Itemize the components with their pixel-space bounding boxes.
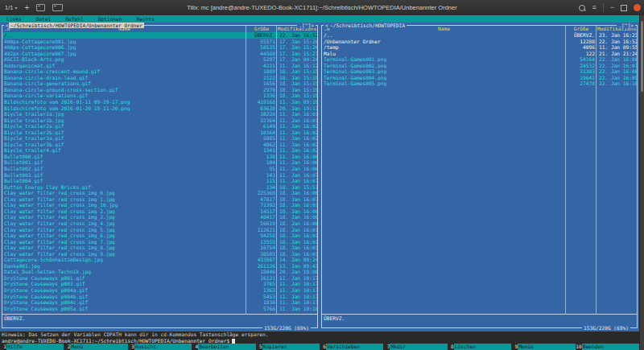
maximize-button[interactable] [621,5,627,11]
fkey-label[interactable]: Mkdir [390,344,447,350]
menu-item-befehl[interactable]: Befehl [65,16,83,22]
file-row[interactable]: /..ÜBERVZ.22. Jan 16:52 [2,32,317,39]
fkey-label[interactable]: Ansicht [134,344,192,350]
menu-item-rechts[interactable]: Rechts [136,16,154,22]
file-row[interactable]: Clay_water_filter_red_cross_img_10.jpg71… [2,202,317,208]
file-row[interactable]: Clay_water_filter_red_cross_img_2.jpg145… [2,208,317,215]
minimize-button[interactable]: − [610,4,614,11]
file-row[interactable]: Addorganicmat.gif422111. Jan 16:12 [2,63,317,69]
panel-history-controls-icon[interactable]: .[^]> [297,23,316,28]
search-icon[interactable] [579,5,585,11]
file-row[interactable]: Clay_water_filter_red_cross_img_3.jpg404… [2,214,317,220]
file-row[interactable]: /Unbenannter Ordner1228822. Jan 16:52 [322,39,637,45]
file-row[interactable]: Biycle_trailer1a.jpg3822011. Jan 16:01 [2,111,317,117]
file-row[interactable]: Banana-circle-crescent-mound.gif188918. … [2,68,317,75]
fkey-label[interactable]: Menü [70,344,127,350]
fkey-label[interactable]: Löschen [454,344,511,350]
chevron-down-icon: ▾ [14,5,17,10]
file-row[interactable]: 400px-Cottagecore006.jpg5853517. Jan 15:… [2,44,317,51]
file-row[interactable]: Biycle_trailer1b.jpg3236411. Jan 16:01 [2,117,317,124]
file-row[interactable]: Biycle_trailer3b.gif486211. Jan 16:02 [2,142,317,148]
file-row[interactable]: Terminal-Games001.png5416422. Jan 16:06 [322,56,637,63]
file-row[interactable]: Terminal-Games005.png2747822. Jan 16:10 [322,80,637,87]
file-row[interactable]: Clay_water_filter_red_cross_img_6.jpg942… [2,233,317,239]
file-row[interactable]: Button_Energy_Clay_Bricks.gif13418. Jan … [2,184,317,191]
file-row[interactable]: Bullet000.gif13811. Jan 16:06 [2,154,317,160]
file-row[interactable]: Bullet001.gif10411. Jan 16:06 [2,159,317,166]
function-key-9[interactable]: 9Menüs [511,344,575,350]
file-row[interactable]: Banana-circle-generations.gif165618. Jan… [2,80,317,87]
left-panel-path[interactable]: ~/Schreibtisch/HOWTOPEDIA/Unbenannter Or… [9,23,144,28]
file-row[interactable]: 402px-Cottagecore007.jpg4456917. Jan 15:… [2,51,317,57]
fkey-label[interactable]: Verschieben [326,344,383,350]
file-row[interactable]: Biycle_trailer2b.gif1016411. Jan 16:02 [2,130,317,136]
file-row[interactable]: Cottagecore-SchönheitimDesign.jpg4338871… [2,257,317,263]
file-row[interactable]: Datei_Dual-Seiten-Technik.jpg1804620. Ja… [2,269,317,275]
function-key-5[interactable]: 5Kopieren [256,344,320,350]
file-row[interactable]: Banana-circle-variations.gif133618. Jan … [2,93,317,99]
function-key-3[interactable]: 3Ansicht [128,344,192,350]
file-row[interactable]: DryStone_Causeways_p001.gif1612111. Jan … [2,275,317,282]
shell-command-line[interactable]: andre@andre-TUXEDO-Book-XC1711:~/Schreib… [0,338,639,344]
fkey-label[interactable]: Hilfe [6,344,64,350]
file-row[interactable]: Bullet004.gif11511. Jan 16:07 [2,178,317,184]
file-row[interactable]: Clay_water_filter_red_cross_img_0.jpg225… [2,190,317,196]
new-terminal-button[interactable]: + [24,4,29,12]
file-row[interactable]: DryStone_Causeways_p004c.gif183011. Jan … [2,299,317,306]
terminal-window-icon[interactable] [52,4,63,11]
file-row[interactable]: DryStone_Causeways_p004b.gif545311. Jan … [2,294,317,300]
new-session-icon[interactable] [36,4,45,11]
file-row[interactable]: Biycle_trailer4.gif134111. Jan 16:02 [2,147,317,154]
file-row[interactable]: Clay_water_filter_red_cross_img_9.jpg385… [2,251,317,257]
session-indicator[interactable]: 1/1 ▾ [5,4,17,11]
menu-item-datei[interactable]: Datei [36,16,52,22]
file-row[interactable]: /temp409611. Jan 09:55 [322,44,637,51]
file-row[interactable]: ASCII-Block-Arts.png529717. Jan 04:24 [2,56,317,63]
right-panel-path[interactable]: ~/Schreibtisch/HOWTOPEDIA [328,23,407,28]
column-header-size[interactable]: Größe [566,26,597,32]
fkey-label[interactable]: Menüs [518,344,575,350]
file-row[interactable]: Bildschirmfoto vom 2026-01-11 09-19-17.p… [2,99,317,105]
file-row[interactable]: Bullet003.gif14311. Jan 16:07 [2,172,317,179]
panel-history-controls-icon[interactable]: .[^]> [617,23,635,28]
column-header-size[interactable]: Größe [246,26,277,32]
function-key-6[interactable]: 6Verschieben [320,344,383,350]
file-row[interactable]: Biycle_trailer2a.gif614911. Jan 16:02 [2,123,317,130]
file-row[interactable]: DryStone_Causeways_p003.gif376511. Jan 1… [2,281,317,287]
menu-item-links[interactable]: Links [6,16,22,22]
file-row[interactable]: Banana-circle-ground-cross-section.gif29… [2,87,317,93]
close-button[interactable] [634,4,641,11]
function-key-1[interactable]: 1Hilfe [0,344,64,350]
file-row[interactable]: Banana-circle-drain-lead.gif212218. Jan … [2,75,317,81]
file-row[interactable]: Clay_water_filter_red_cross_img_8.jpg167… [2,245,317,251]
function-key-8[interactable]: 8Löschen [448,344,511,350]
function-key-7[interactable]: 7Mkdir [383,344,447,350]
menu-item-optionen[interactable]: Optionen [98,16,122,22]
file-row[interactable]: Terminal-Games003.png3138322. Jan 16:08 [322,68,637,75]
file-row[interactable]: Malu12221. Jan 21:24 [322,51,637,57]
hamburger-menu-icon[interactable]: ≡ [592,4,596,11]
file-row[interactable]: Clay_water_filter_red_cross_img_7.jpg135… [2,239,317,245]
file-row[interactable]: 400px-Cottagecore001.jpg5557117. Jan 15:… [2,39,317,45]
file-row[interactable]: DryStone_Causeways_p005a.gif576611. Jan … [2,306,317,312]
terminal-scrollbar[interactable] [640,15,644,350]
file-row[interactable]: Clay_water_filter_red_cross_img_4.jpg566… [2,220,317,227]
file-mtime: 18. Jan 16:00 [277,220,317,227]
file-row[interactable]: Terminal-Games002.png2453222. Jan 16:07 [322,63,637,69]
file-row[interactable]: Biycle_trailer3a.gif508511. Jan 16:02 [2,135,317,142]
file-row[interactable]: Clay_water_filter_red_cross_img_1.jpg478… [2,196,317,203]
file-row[interactable]: Terminal-Games004.png1964122. Jan 16:09 [322,75,637,81]
scrollbar-thumb[interactable] [641,21,643,92]
file-row[interactable]: Danke001.jpg26113613. Jan 09:43 [2,263,317,270]
fkey-label[interactable]: Bearbeiten [198,344,255,350]
fkey-label[interactable]: Beenden [582,344,639,350]
function-key-2[interactable]: 2Menü [64,344,127,350]
function-key-10[interactable]: 10Beenden [576,344,639,350]
fkey-label[interactable]: Kopieren [262,344,320,350]
function-key-4[interactable]: 4Bearbeiten [192,344,255,350]
file-row[interactable]: Bullet002.gif9511. Jan 16:06 [2,166,317,172]
file-row[interactable]: /..ÜBERVZ.23. Jan 16:23 [322,32,637,39]
file-row[interactable]: Bildschirmfoto vom 2026-01-20 19-11-20.p… [2,105,317,112]
file-row[interactable]: Clay_water_filter_red_cross_img_5.jpg112… [2,227,317,233]
file-row[interactable]: DryStone_Causeways_p004a.gif136311. Jan … [2,287,317,294]
